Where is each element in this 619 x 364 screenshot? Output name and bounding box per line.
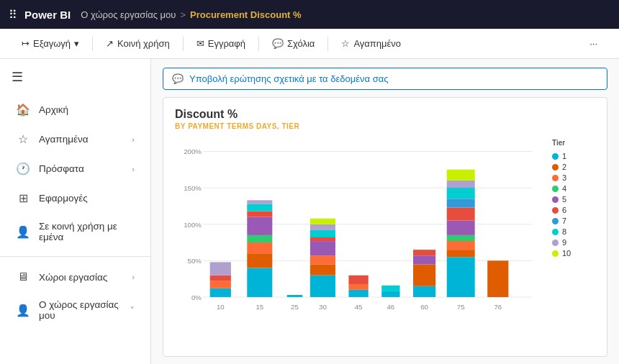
- svg-rect-13: [210, 262, 231, 275]
- chevron-down-icon: ˅: [130, 306, 135, 315]
- share-button[interactable]: ↗ Κοινή χρήση: [99, 35, 177, 53]
- svg-rect-37: [348, 276, 368, 284]
- breadcrumb-home[interactable]: Ο χώρος εργασίας μου: [81, 9, 176, 20]
- svg-text:46: 46: [387, 303, 394, 311]
- sidebar-item-my-workspace[interactable]: 👤 Ο χώρος εργασίας μου ˅: [4, 292, 146, 328]
- more-button[interactable]: ···: [582, 35, 605, 53]
- home-icon: 🏠: [16, 103, 30, 117]
- legend-item-3: 3: [552, 173, 595, 182]
- subscribe-button[interactable]: ✉ Εγγραφή: [189, 35, 253, 53]
- svg-rect-56: [447, 170, 475, 181]
- legend-item-10: 10: [552, 249, 595, 258]
- legend-color-9: [552, 240, 559, 246]
- share-icon: ↗: [106, 38, 114, 49]
- svg-text:25: 25: [291, 303, 299, 311]
- svg-rect-54: [447, 188, 475, 199]
- favorite-icon: ☆: [341, 38, 350, 49]
- svg-rect-33: [310, 219, 335, 224]
- breadcrumb-sep: >: [180, 9, 186, 20]
- chart-svg: 200% 150% 100% 50% 0% 10: [175, 136, 546, 349]
- comments-button[interactable]: 💬 Σχόλια: [265, 35, 322, 53]
- sidebar-toggle[interactable]: ☰: [0, 59, 150, 95]
- svg-text:10: 10: [217, 303, 225, 311]
- legend-color-7: [552, 218, 559, 224]
- svg-rect-35: [348, 290, 368, 297]
- sidebar-item-favorites[interactable]: ☆ Αγαπημένα ›: [4, 125, 146, 153]
- legend-color-1: [552, 153, 559, 160]
- svg-text:75: 75: [457, 303, 465, 311]
- shared-icon: 👤: [16, 225, 30, 239]
- svg-rect-31: [310, 230, 335, 237]
- favorite-button[interactable]: ☆ Αγαπημένο: [334, 35, 408, 53]
- svg-rect-18: [247, 235, 272, 242]
- sidebar-item-apps[interactable]: ⊞ Εφαρμογές: [4, 184, 146, 212]
- sidebar-divider: [0, 256, 150, 257]
- svg-rect-48: [447, 250, 475, 257]
- svg-text:45: 45: [355, 303, 363, 311]
- sidebar-item-home[interactable]: 🏠 Αρχική: [4, 96, 146, 124]
- svg-rect-49: [447, 241, 475, 250]
- svg-rect-43: [413, 264, 435, 286]
- sidebar-item-recent[interactable]: 🕐 Πρόσφατα ›: [4, 155, 146, 183]
- legend-item-2: 2: [552, 163, 595, 171]
- toolbar-divider-4: [327, 37, 328, 51]
- workspace-icon: 🖥: [16, 270, 30, 283]
- svg-text:60: 60: [420, 303, 428, 311]
- svg-rect-58: [487, 260, 508, 297]
- svg-rect-24: [287, 295, 302, 297]
- clock-icon: 🕐: [16, 162, 30, 176]
- chevron-right-icon: ›: [132, 273, 135, 281]
- export-icon: ↦: [22, 38, 30, 49]
- chart-title: Discount %: [175, 108, 595, 121]
- legend-item-4: 4: [552, 184, 595, 193]
- legend-item-9: 9: [552, 238, 595, 247]
- export-button[interactable]: ↦ Εξαγωγή ▾: [14, 35, 86, 53]
- svg-rect-47: [447, 257, 475, 297]
- subscribe-icon: ✉: [196, 38, 204, 49]
- svg-rect-17: [247, 242, 272, 253]
- svg-rect-52: [447, 207, 475, 220]
- svg-rect-36: [348, 284, 368, 290]
- legend-color-10: [552, 250, 559, 257]
- chevron-right-icon: ›: [132, 135, 135, 144]
- toolbar-divider-1: [92, 37, 93, 51]
- export-chevron: ▾: [74, 38, 79, 49]
- svg-rect-19: [247, 217, 272, 235]
- legend-item-1: 1: [552, 152, 595, 160]
- apps-icon: ⊞: [16, 191, 30, 205]
- chart-main: 200% 150% 100% 50% 0% 10: [175, 136, 546, 349]
- chat-icon: 💬: [172, 73, 184, 84]
- sidebar-item-workspaces[interactable]: 🖥 Χώροι εργασίας ›: [4, 263, 146, 291]
- svg-rect-15: [247, 268, 272, 297]
- svg-text:30: 30: [319, 303, 327, 311]
- legend-color-6: [552, 207, 559, 214]
- svg-text:15: 15: [256, 303, 263, 311]
- svg-rect-40: [381, 286, 399, 291]
- legend-title: Tier: [552, 139, 595, 147]
- toolbar-divider-3: [258, 37, 259, 51]
- svg-rect-30: [310, 237, 335, 241]
- svg-rect-45: [413, 250, 435, 255]
- my-workspace-icon: 👤: [16, 304, 30, 317]
- svg-text:50%: 50%: [188, 257, 202, 265]
- svg-rect-53: [447, 199, 475, 207]
- main-layout: ☰ 🏠 Αρχική ☆ Αγαπημένα › 🕐 Πρόσφατα › ⊞ …: [0, 59, 619, 364]
- main-content: 💬 Υποβολή ερώτησης σχετικά με τα δεδομέν…: [151, 59, 619, 364]
- svg-rect-12: [210, 276, 231, 281]
- sidebar-item-shared[interactable]: 👤 Σε κοινή χρήση με εμένα: [4, 214, 146, 250]
- svg-rect-11: [210, 281, 231, 288]
- comments-icon: 💬: [272, 38, 284, 49]
- svg-rect-26: [310, 276, 335, 297]
- legend-color-8: [552, 229, 559, 235]
- svg-rect-20: [247, 211, 272, 217]
- svg-rect-21: [247, 204, 272, 211]
- svg-rect-39: [381, 291, 399, 297]
- svg-rect-29: [310, 241, 335, 255]
- grid-icon[interactable]: ⠿: [9, 8, 17, 22]
- svg-text:0%: 0%: [191, 294, 202, 301]
- legend-color-3: [552, 175, 559, 181]
- svg-rect-10: [210, 288, 231, 297]
- svg-rect-51: [447, 221, 475, 235]
- toolbar-divider-2: [183, 37, 184, 51]
- ask-question-bar[interactable]: 💬 Υποβολή ερώτησης σχετικά με τα δεδομέν…: [163, 68, 607, 90]
